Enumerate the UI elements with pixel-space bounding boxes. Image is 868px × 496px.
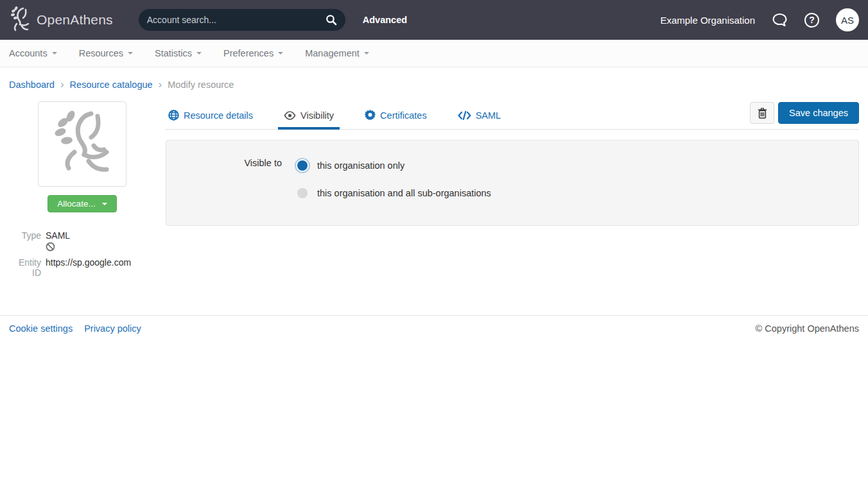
chat-button[interactable] [772, 12, 788, 28]
tab-label: Visibility [300, 110, 334, 121]
chevron-down-icon [364, 52, 369, 55]
nav-label: Preferences [223, 48, 273, 58]
avatar-initials: AS [841, 15, 854, 26]
resource-meta: Type SAML Entity ID https://sp.google.co… [9, 230, 166, 278]
openathens-logo-icon [9, 6, 32, 35]
tab-label: Certificates [380, 110, 427, 121]
chevron-down-icon [278, 52, 283, 55]
tab-saml[interactable]: SAML [456, 102, 503, 129]
delete-button[interactable] [750, 102, 774, 124]
nav-preferences[interactable]: Preferences [223, 48, 283, 58]
nav-resources[interactable]: Resources [79, 48, 133, 58]
chevron-down-icon [128, 52, 133, 55]
visibility-panel: Visible to this organisation only this o… [166, 140, 859, 226]
type-row: Type SAML [9, 230, 166, 241]
athena-placeholder-icon [49, 108, 116, 180]
nav-label: Accounts [9, 48, 48, 58]
breadcrumb-current: Modify resource [168, 80, 234, 90]
nav-label: Management [305, 48, 360, 58]
page: OpenAthens Advanced Example Organisation [0, 0, 868, 496]
tab-resource-details[interactable]: Resource details [167, 101, 254, 129]
organisation-name: Example Organisation [660, 15, 755, 26]
visible-to-label: Visible to [166, 158, 282, 168]
breadcrumb: Dashboard Resource catalogue Modify reso… [0, 67, 868, 98]
resource-editor: Resource details Visibility [166, 101, 859, 226]
tab-label: Resource details [184, 110, 253, 121]
main-nav: Accounts Resources Statistics Preference… [0, 40, 868, 67]
advanced-search-link[interactable]: Advanced [363, 15, 407, 25]
brand-name: OpenAthens [37, 12, 113, 28]
no-logo-icon [46, 242, 166, 253]
resource-summary: Allocate... Type SAML Entity ID [9, 101, 166, 279]
tab-visibility[interactable]: Visibility [282, 102, 335, 129]
account-search[interactable] [139, 9, 345, 31]
nav-label: Statistics [155, 48, 192, 58]
search-icon[interactable] [326, 14, 337, 26]
tab-bar: Resource details Visibility [166, 101, 859, 130]
entity-id-value: https://sp.google.com [46, 257, 131, 278]
tab-certificates[interactable]: Certificates [363, 101, 428, 129]
chevron-down-icon [52, 52, 57, 55]
option-label: this organisation and all sub-organisati… [317, 188, 491, 198]
resource-image-placeholder [38, 101, 126, 187]
trash-icon [758, 108, 767, 119]
breadcrumb-separator-icon [153, 78, 168, 91]
tab-label: SAML [476, 110, 501, 121]
code-icon [458, 111, 471, 120]
chat-bubble-icon [772, 12, 788, 28]
entity-id-label: Entity ID [9, 257, 41, 278]
top-bar: OpenAthens Advanced Example Organisation [0, 0, 868, 40]
globe-icon [168, 110, 179, 121]
main-content: Allocate... Type SAML Entity ID [0, 98, 868, 279]
option-this-organisation-only[interactable]: this organisation only [296, 158, 491, 173]
nav-label: Resources [79, 48, 123, 58]
radio-selected-icon[interactable] [297, 160, 308, 171]
breadcrumb-separator-icon [55, 78, 70, 91]
copyright-text: © Copyright OpenAthens [756, 323, 859, 334]
help-icon [804, 13, 819, 28]
brand-logo[interactable]: OpenAthens [9, 6, 113, 35]
nav-accounts[interactable]: Accounts [9, 48, 57, 58]
entity-id-row: Entity ID https://sp.google.com [9, 257, 166, 278]
search-input[interactable] [147, 15, 326, 25]
save-changes-button[interactable]: Save changes [778, 102, 859, 124]
type-value: SAML [46, 230, 70, 241]
radio-disabled-icon[interactable] [297, 188, 308, 198]
help-button[interactable] [804, 13, 819, 28]
allocate-label: Allocate... [57, 199, 95, 209]
option-all-sub-organisations[interactable]: this organisation and all sub-organisati… [296, 185, 491, 201]
nav-management[interactable]: Management [305, 48, 369, 58]
breadcrumb-dashboard[interactable]: Dashboard [9, 80, 55, 90]
chevron-down-icon [102, 203, 107, 205]
certificate-icon [365, 110, 376, 121]
tab-actions: Save changes [750, 102, 859, 128]
avatar[interactable]: AS [836, 8, 859, 31]
cookie-settings-link[interactable]: Cookie settings [9, 323, 73, 334]
chevron-down-icon [196, 52, 202, 55]
privacy-policy-link[interactable]: Privacy policy [84, 323, 141, 334]
breadcrumb-resource-catalogue[interactable]: Resource catalogue [70, 80, 153, 90]
visibility-options: this organisation only this organisation… [296, 158, 491, 213]
type-label: Type [9, 230, 41, 241]
footer: Cookie settings Privacy policy © Copyrig… [0, 315, 868, 341]
option-label: this organisation only [317, 160, 404, 171]
allocate-button[interactable]: Allocate... [48, 195, 116, 212]
nav-statistics[interactable]: Statistics [155, 48, 202, 58]
eye-icon [284, 111, 296, 120]
